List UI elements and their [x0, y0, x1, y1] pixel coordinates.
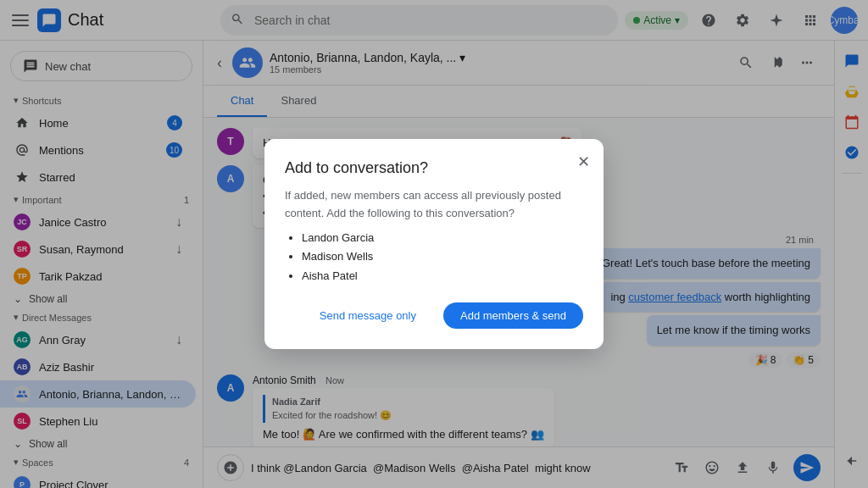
- modal-overlay: Add to conversation? ✕ If added, new mem…: [0, 0, 868, 488]
- modal-dialog: Add to conversation? ✕ If added, new mem…: [264, 139, 604, 349]
- modal-description: If added, new members can access all pre…: [285, 189, 561, 219]
- modal-title: Add to conversation?: [285, 159, 583, 177]
- list-item: Madison Wells: [302, 248, 583, 266]
- modal-close-button[interactable]: ✕: [577, 152, 590, 171]
- list-item: Aisha Patel: [302, 268, 583, 286]
- send-message-only-button[interactable]: Send message only: [303, 302, 433, 329]
- list-item: Landon Garcia: [302, 230, 583, 247]
- modal-members-list: Landon Garcia Madison Wells Aisha Patel: [285, 230, 583, 286]
- modal-body: If added, new members can access all pre…: [285, 187, 583, 286]
- add-members-send-button[interactable]: Add members & send: [443, 302, 583, 329]
- modal-actions: Send message only Add members & send: [285, 302, 583, 329]
